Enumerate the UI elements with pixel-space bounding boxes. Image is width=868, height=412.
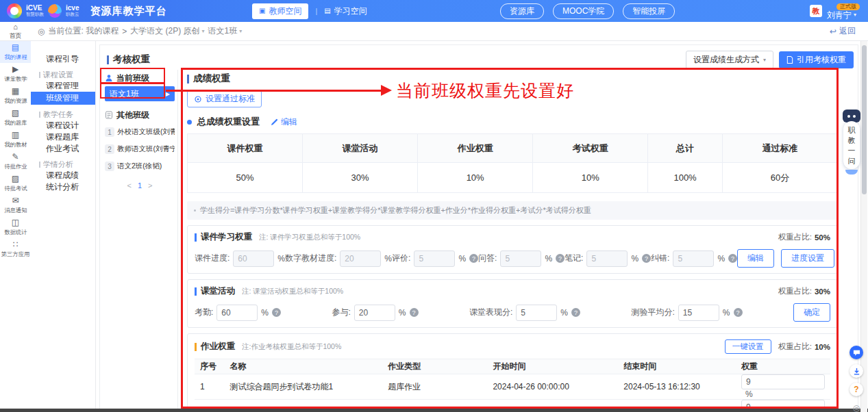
menu-section-teaching-tasks: 教学任务	[31, 110, 95, 120]
attendance-input[interactable]	[216, 305, 258, 321]
edit-total-weight-link[interactable]: 编辑	[271, 116, 297, 128]
chevron-down-icon: ▾	[239, 28, 242, 34]
courseware-progress-input[interactable]	[233, 250, 274, 267]
back-button[interactable]: ↩ 返回	[830, 22, 856, 40]
assistant-widget[interactable]: 职 教 一 问	[842, 110, 861, 175]
confirm-button[interactable]: 确定	[793, 303, 830, 322]
help-icon[interactable]: ?	[272, 308, 281, 317]
digital-textbook-progress-input[interactable]	[340, 250, 381, 267]
pagination-prev-button[interactable]: <	[127, 181, 132, 190]
breadcrumb: ◎ 当前位置: 我的课程 > 大学语文 (2P) 原创 ▾ 语文1班 ▾	[38, 22, 242, 40]
menu-item-course-management[interactable]: 课程管理	[31, 80, 95, 92]
window-bottom-edge	[0, 409, 868, 412]
nav-divider: |	[315, 7, 317, 15]
menu-item-course-guide[interactable]: 课程引导	[31, 53, 95, 65]
grade-weight-title: 成绩权重	[187, 73, 838, 85]
error-correction-input[interactable]	[673, 250, 714, 267]
help-icon[interactable]: ?	[556, 254, 565, 263]
sidebar-item-my-resources[interactable]: ▦ 我的资源	[0, 85, 31, 107]
participation-input[interactable]	[354, 305, 395, 321]
class-list-item[interactable]: 1 外校语文班级(刘青宁sy)	[105, 125, 175, 139]
learning-space-tab[interactable]: ▤ 学习空间	[324, 5, 367, 17]
top-navbar: iCVE 智慧职教 icve 职教云 资源库教学平台 ▣ 教师空间 | ▤ 学习…	[0, 0, 868, 22]
grade-generation-dropdown[interactable]: 设置成绩生成方式 ▾	[686, 51, 773, 69]
val-passing-standard: 60分	[722, 163, 837, 193]
current-class-person-icon	[105, 74, 113, 82]
class-list-item[interactable]: 2 教师语文班(刘青宁)	[105, 142, 175, 156]
help-icon[interactable]: ?	[728, 254, 737, 263]
notes-input[interactable]	[586, 250, 628, 267]
courseware-weight-box: 课件学习权重 注: 课件学习权重总和等于100% 权重占比: 50% 课件进度:…	[187, 225, 838, 274]
cite-assessment-weight-button[interactable]: 引用考核权重	[779, 51, 854, 68]
homework-table: 序号 名称 作业类型 开始时间 结束时间 权重 1 测试综合题同步到试卷功能1 …	[195, 359, 830, 412]
sidebar-item-pending-exams[interactable]: ▨ 待批考试	[0, 172, 31, 194]
version-badge: 正式版	[836, 3, 860, 10]
score-formula-strip: 学生得分=课件学习分数*课件学习权重+课堂教学得分*课堂教学得分权重+作业分*作…	[187, 201, 838, 220]
col-type: 作业类型	[382, 359, 487, 374]
mooc-college-button[interactable]: MOOC学院	[553, 3, 614, 19]
pending-exams-icon: ▨	[12, 175, 19, 183]
sidebar-item-notifications[interactable]: ✉ 消息通知	[0, 194, 31, 216]
edit-button[interactable]: 编辑	[737, 249, 774, 268]
sidebar-item-pending-homework[interactable]: ✎ 待批作业	[0, 151, 31, 172]
help-icon[interactable]: ?	[571, 308, 580, 317]
data-statistics-icon: ◫	[12, 218, 19, 227]
one-click-setup-button[interactable]: 一键设置	[725, 339, 771, 354]
sidebar-item-my-courses[interactable]: ▤ 我的课程	[0, 41, 31, 63]
progress-settings-button[interactable]: 进度设置	[781, 249, 834, 268]
sidebar-item-third-party-apps[interactable]: ∷ 第三方应用	[0, 238, 31, 260]
scrollbar-thumb[interactable]	[862, 45, 867, 194]
col-weight: 权重	[736, 359, 830, 374]
user-menu[interactable]: 刘青宁 ▾	[827, 11, 856, 19]
app-icon[interactable]: 教	[810, 5, 822, 17]
icon-rail: ▤ 我的课程 ▶ 课堂教学 ▦ 我的资源 ▧ 我的题库 ▥ 我的教材 ✎ 待批作…	[0, 41, 31, 412]
quiz-average-input[interactable]	[678, 305, 719, 321]
evaluation-input[interactable]	[414, 250, 455, 267]
class-performance-input[interactable]	[516, 305, 557, 321]
activity-box-note: 注: 课堂活动权重总和等于100%	[242, 287, 343, 296]
teacher-space-tab[interactable]: ▣ 教师空间	[252, 3, 308, 19]
menu-item-course-question-bank[interactable]: 课程题库	[31, 131, 95, 143]
weight-share-label: 权重占比:	[778, 342, 812, 352]
sidebar-item-my-textbooks[interactable]: ▥ 我的教材	[0, 129, 31, 151]
menu-item-homework-exam[interactable]: 作业考试	[31, 143, 95, 155]
download-button[interactable]	[850, 364, 863, 378]
location-icon: ◎	[38, 27, 45, 36]
current-class-header: 当前班级	[105, 71, 175, 85]
notifications-icon: ✉	[12, 196, 18, 205]
sidebar-item-my-question-bank[interactable]: ▧ 我的题库	[0, 107, 31, 129]
smart-cast-button[interactable]: 智能投屏	[623, 3, 675, 19]
secondary-menu: 课程引导 课程设置 课程管理 班级管理 教学任务 课程设计 课程题库 作业考试 …	[31, 41, 96, 412]
qa-input[interactable]	[500, 250, 541, 267]
col-exam-weight: 考试权重	[533, 134, 648, 163]
set-passing-standard-button[interactable]: 设置通过标准	[187, 90, 262, 107]
field-error-correction: 纠错: % ?	[651, 250, 737, 267]
current-class-item[interactable]: 语文1班 ▶	[105, 86, 175, 101]
pagination-page-1[interactable]: 1	[138, 181, 142, 190]
class-list-item[interactable]: 3 语文2班(徐韬)	[105, 159, 175, 173]
menu-item-course-grades[interactable]: 课程成绩	[31, 170, 95, 181]
menu-item-statistics-analysis[interactable]: 统计分析	[31, 181, 95, 193]
homework-box-note: 注:作业考核权重总和等于100%	[242, 342, 341, 352]
logo1-sub: 智慧职教	[26, 12, 44, 17]
bullet-dot-icon	[187, 120, 192, 125]
help-button[interactable]: ?	[850, 383, 863, 396]
class-dropdown[interactable]: 语文1班 ▾	[208, 25, 243, 37]
homework-weight-input[interactable]	[741, 374, 825, 389]
target-icon[interactable]: ◎	[853, 403, 860, 412]
sidebar-item-classroom-teaching[interactable]: ▶ 课堂教学	[0, 63, 31, 85]
help-icon[interactable]: ?	[642, 254, 651, 263]
menu-item-course-design[interactable]: 课程设计	[31, 120, 95, 131]
col-total: 总计	[648, 134, 723, 163]
sidebar-item-home[interactable]: ⌂ 首页	[0, 23, 31, 40]
help-icon[interactable]: ?	[410, 308, 419, 317]
help-icon[interactable]: ?	[469, 254, 478, 263]
resource-library-button[interactable]: 资源库	[500, 3, 544, 19]
sidebar-item-data-statistics[interactable]: ◫ 数据统计	[0, 216, 31, 238]
pagination-next-button[interactable]: >	[148, 181, 152, 190]
course-dropdown[interactable]: 大学语文 (2P) 原创 ▾	[130, 25, 204, 37]
menu-item-class-management[interactable]: 班级管理	[31, 92, 95, 105]
table-row: 1 测试综合题同步到试卷功能1 题库作业 2024-04-26 00:00:00…	[195, 374, 830, 400]
feedback-chat-button[interactable]	[850, 346, 863, 359]
help-icon[interactable]: ?	[734, 308, 743, 317]
